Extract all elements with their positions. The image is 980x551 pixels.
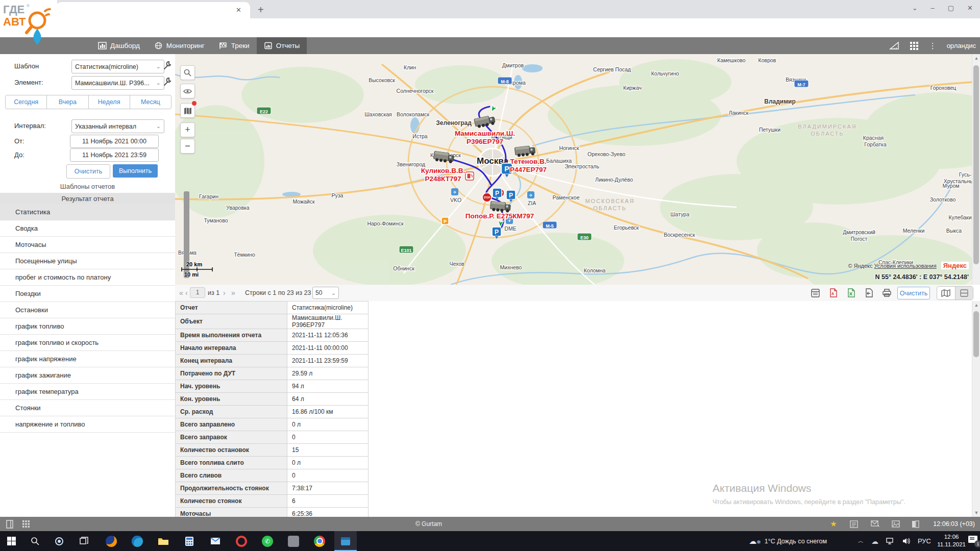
cortana-button[interactable] [48,531,70,551]
app-mail[interactable] [204,531,227,551]
clear-form-button[interactable]: Очистить [66,164,110,179]
notes-icon[interactable] [849,519,859,529]
favorites-star-icon[interactable]: ★ [829,519,838,529]
volume-icon[interactable] [902,538,910,544]
zoom-out-button[interactable]: − [180,139,195,154]
sidebar-report-item[interactable]: график топливо и скорость [0,335,175,351]
app-edge[interactable] [126,531,149,551]
week-button[interactable]: Неделя [89,95,130,109]
sidebar-report-item[interactable]: Стоянки [0,400,175,416]
app-firefox[interactable] [100,531,122,551]
split-view-toggle[interactable] [955,287,973,299]
to-date-input[interactable]: 11 Ноябрь 2021 23:59 [70,148,159,162]
next-page-button[interactable]: › [223,289,226,297]
tab-dashboard[interactable]: Дашборд [91,37,147,54]
app-capture-tool[interactable] [282,531,305,551]
taskbar-clock[interactable]: 12:06 11.11.2021 [937,533,966,548]
notification-center-button[interactable]: 1 [968,535,979,545]
vehicle-label[interactable]: Куликов.В.В. [421,167,465,174]
map-area[interactable]: РжевШаховскаяВолоколамскВысоковскКлинСол… [175,54,972,285]
table-scrollbar[interactable]: ▲ ▼ [972,301,980,517]
element-select[interactable]: Мамисашвили.Ш. Р396...⌄ [71,76,164,90]
task-view-button[interactable] [72,531,95,551]
app-chrome[interactable] [308,531,331,551]
taskbar-weather[interactable]: ☁❄ 1°C Дождь со снегом [749,531,827,551]
sidebar-report-item[interactable]: Остановки [0,302,175,318]
tray-expand-icon[interactable]: ︿ [858,537,864,545]
yandex-map[interactable]: РжевШаховскаяВолоколамскВысоковскКлинСол… [175,54,972,285]
vehicle-label[interactable]: Попов.Р. Е275КМ797 [465,212,534,220]
app-explorer[interactable] [152,531,175,551]
browser-tab[interactable] [56,2,250,18]
taskbar-search-button[interactable] [23,531,46,551]
sidebar-report-item[interactable]: Поездки [0,286,175,302]
sidebar-report-item[interactable]: график температура [0,384,175,400]
minimize-icon[interactable]: – [931,4,935,12]
onedrive-icon[interactable]: ☁ [871,537,878,545]
sidebar-report-item[interactable]: Посещенные улицы [0,253,175,269]
sidebar-report-item[interactable]: пробег и стоимость по платону [0,269,175,286]
print-button[interactable] [880,287,893,299]
vehicle-label[interactable]: Мамисашвили.Ш. [455,130,515,137]
journal-icon[interactable] [911,519,920,529]
last-page-button[interactable]: » [231,289,235,297]
report-templates-link[interactable]: Шаблоны отчетов [0,183,175,190]
vehicle-label[interactable]: Тетенов.В. [510,158,547,165]
app-calculator[interactable] [178,531,201,551]
map-search-button[interactable] [180,65,195,80]
interval-select[interactable]: Указанный интервал⌄ [71,119,164,133]
template-settings-wrench-icon[interactable] [162,61,172,70]
more-menu-icon[interactable]: ⋮ [929,41,937,51]
app-active-window[interactable] [334,531,357,551]
new-tab-button[interactable]: + [258,4,264,16]
sidebar-report-item[interactable]: график напряжение [0,351,175,367]
sidebar-report-item[interactable]: график топливо [0,318,175,335]
sidebar-report-item[interactable]: Сводка [0,220,175,237]
sidebar-report-item[interactable]: Статистика [0,204,175,220]
username[interactable]: орландис [947,42,976,49]
maximize-icon[interactable]: ▢ [948,4,954,12]
network-icon[interactable] [886,538,895,544]
apps-grid-icon[interactable] [910,41,919,51]
image-icon[interactable] [891,519,900,529]
map-visibility-button[interactable] [180,84,195,98]
yandex-logo[interactable]: Яндекс [941,262,969,269]
app-whatsapp[interactable]: ✆ [256,531,279,551]
page-number-input[interactable]: 1 [190,287,205,298]
close-icon[interactable]: ✕ [967,4,973,12]
map-scrollbar[interactable]: ▲ [972,54,980,285]
zoom-in-button[interactable]: + [180,122,195,137]
terms-link[interactable]: Условия использования [874,263,937,269]
start-button[interactable] [0,531,22,551]
tab-monitoring[interactable]: Мониторинг [147,37,212,54]
mail-icon[interactable] [871,519,880,529]
app-opera[interactable] [230,531,253,551]
element-settings-wrench-icon[interactable] [162,77,172,86]
vehicle-label[interactable]: Р447ЕР797 [510,166,547,173]
today-button[interactable]: Сегодня [6,95,47,109]
template-select[interactable]: Статистика(microline)⌄ [71,60,164,73]
first-page-button[interactable]: « [179,289,183,297]
export-excel-button[interactable] [845,287,857,299]
run-report-button[interactable]: Выполнить [113,164,158,178]
export-file-button[interactable] [863,287,875,299]
language-indicator[interactable]: РУС [918,537,931,545]
measure-ruler-icon[interactable] [889,41,899,50]
tab-close-icon[interactable]: ✕ [236,6,241,14]
sidebar-report-item[interactable]: график зажигание [0,367,175,384]
sidebar-report-item[interactable]: Моточасы [0,237,175,253]
clear-report-button[interactable]: Очистить [897,287,930,299]
vehicle-label[interactable]: Р248КТ797 [425,175,461,183]
stop-sign-marker[interactable]: STOP [482,193,492,202]
page-size-select[interactable]: 50⌄ [312,287,339,299]
sidebar-report-item[interactable]: напряжение и топливо [0,416,175,433]
export-pdf-button[interactable]: A [827,287,839,299]
prev-page-button[interactable]: ‹ [185,289,188,297]
from-date-input[interactable]: 11 Ноябрь 2021 00:00 [70,135,159,148]
table-view-button[interactable] [809,287,821,299]
fuel-station-marker[interactable] [465,172,474,180]
fuel-brand-marker[interactable]: Р [442,217,449,224]
tab-tracks[interactable]: Треки [212,37,257,54]
tab-reports[interactable]: Отчеты [257,37,307,54]
map-layers-button[interactable] [180,103,195,118]
